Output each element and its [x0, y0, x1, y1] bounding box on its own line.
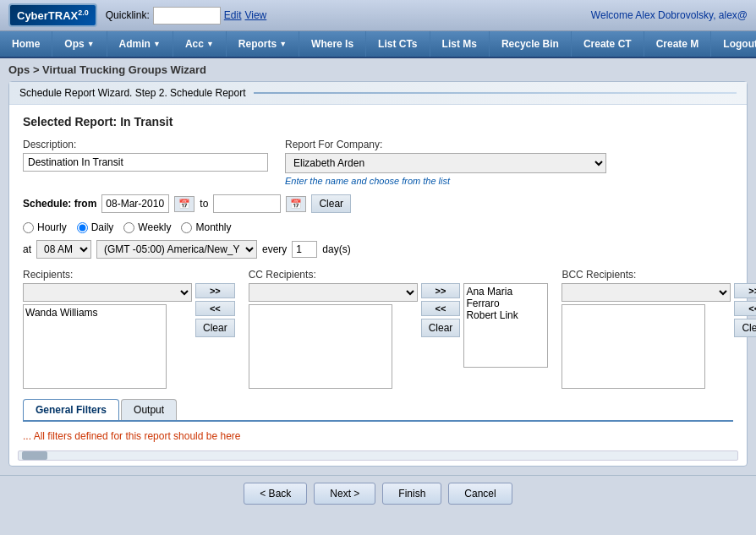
cc-recipients-list — [249, 304, 392, 389]
schedule-from-input[interactable] — [101, 194, 169, 213]
nav-ops[interactable]: Ops ▼ — [52, 31, 107, 57]
breadcrumb: Ops > Virtual Trucking Groups Wizard — [0, 58, 756, 81]
recipients-remove-button[interactable]: << — [195, 301, 235, 316]
bcc-recipients-list — [562, 304, 705, 389]
cc-arrow-btns: >> << Clear — [421, 283, 461, 337]
radio-monthly[interactable]: Monthly — [181, 221, 231, 233]
recipients-section: Recipients: Wanda Williams >> << Clear — [23, 269, 733, 389]
logo: CyberTRAX2.0 — [8, 3, 97, 27]
recipients-block: Recipients: Wanda Williams >> << Clear — [23, 269, 235, 389]
days-label: day(s) — [322, 243, 350, 255]
selected-report-title: Selected Report: In Transit — [23, 115, 733, 128]
schedule-from-label: Schedule: from — [23, 198, 96, 210]
calendar-to-button[interactable]: 📅 — [286, 196, 306, 212]
list-item: Ana Maria Ferraro — [466, 286, 545, 309]
quicklink-area: Quicklink: Edit View — [106, 7, 267, 25]
bcc-recipients-left — [562, 283, 731, 389]
quicklink-label: Quicklink: — [106, 9, 150, 21]
bcc-clear-button[interactable]: Clear — [734, 319, 756, 337]
bcc-recipients-block: BCC Recipients: >> << Clear — [562, 269, 756, 389]
bcc-add-button[interactable]: >> — [734, 283, 756, 298]
top-bar: CyberTRAX2.0 Quicklink: Edit View Welcom… — [0, 0, 756, 31]
nav-where-is[interactable]: Where Is — [299, 31, 366, 57]
recipients-list: Wanda Williams — [23, 304, 167, 389]
welcome-text: Welcome Alex Dobrovolsky, alex@ — [591, 9, 748, 21]
cc-recipients-dropdown[interactable] — [249, 283, 418, 302]
cc-recipients-block: CC Recipients: >> << Clear — [249, 269, 549, 389]
next-button[interactable]: Next > — [314, 483, 375, 505]
company-hint: Enter the name and choose from the list — [285, 176, 606, 186]
nav-admin[interactable]: Admin ▼ — [107, 31, 173, 57]
nav-home[interactable]: Home — [0, 31, 52, 57]
bcc-arrow-btns: >> << Clear — [734, 283, 756, 337]
schedule-to-input[interactable] — [213, 194, 281, 213]
nav-recycle-bin[interactable]: Recycle Bin — [490, 31, 572, 57]
timezone-select[interactable]: (GMT -05:00) America/New_Yor — [96, 240, 257, 259]
recipients-add-button[interactable]: >> — [195, 283, 235, 298]
bcc-recipients-dropdown[interactable] — [562, 283, 731, 302]
at-time-select[interactable]: 08 AM — [36, 240, 91, 259]
radio-weekly[interactable]: Weekly — [123, 221, 171, 233]
radio-row: Hourly Daily Weekly Monthly — [23, 221, 733, 233]
cc-remove-button[interactable]: << — [421, 301, 461, 316]
back-button[interactable]: < Back — [244, 483, 307, 505]
tab-output[interactable]: Output — [121, 399, 177, 420]
every-input[interactable] — [292, 241, 317, 258]
cc-recipients-label: CC Recipients: — [249, 269, 549, 281]
company-label: Report For Company: — [285, 139, 606, 150]
wizard-header: Schedule Report Wizard. Step 2. Schedule… — [9, 82, 747, 105]
cancel-button[interactable]: Cancel — [448, 483, 512, 505]
edit-link[interactable]: Edit — [224, 9, 242, 21]
bcc-recipients-label: BCC Recipients: — [562, 269, 756, 281]
recipients-controls: Wanda Williams >> << Clear — [23, 283, 235, 389]
list-item: Robert Link — [466, 309, 545, 321]
scroll-area[interactable] — [18, 450, 738, 461]
every-label: every — [262, 243, 287, 255]
description-group: Description: — [23, 139, 268, 172]
nav-create-ct[interactable]: Create CT — [572, 31, 644, 57]
finish-button[interactable]: Finish — [382, 483, 441, 505]
nav-bar: Home Ops ▼ Admin ▼ Acc ▼ Reports ▼ Where… — [0, 31, 756, 58]
quicklink-input[interactable] — [153, 7, 221, 25]
cc-recipients-left — [249, 283, 418, 389]
recipients-dropdown[interactable] — [23, 283, 192, 302]
company-group: Report For Company: Elizabeth Arden Ente… — [285, 139, 606, 186]
scroll-thumb — [22, 451, 47, 460]
wizard-step-text: Schedule Report Wizard. Step 2. Schedule… — [19, 87, 245, 99]
schedule-row: Schedule: from 📅 to 📅 Clear — [23, 194, 733, 213]
cc-recipients-controls: >> << Clear Ana Maria Ferraro Robert Lin… — [249, 283, 549, 389]
company-select[interactable]: Elizabeth Arden — [285, 153, 606, 173]
schedule-to-label: to — [200, 198, 208, 210]
tab-general-filters[interactable]: General Filters — [23, 399, 119, 420]
clear-schedule-button[interactable]: Clear — [311, 194, 351, 213]
cc-add-button[interactable]: >> — [421, 283, 461, 298]
nav-list-ms[interactable]: List Ms — [430, 31, 490, 57]
filter-message: ... All filters defined for this report … — [9, 422, 747, 450]
cc-clear-button[interactable]: Clear — [421, 319, 461, 337]
logo-area: CyberTRAX2.0 Quicklink: Edit View — [8, 3, 266, 27]
calendar-from-button[interactable]: 📅 — [174, 196, 194, 212]
recipients-left: Wanda Williams — [23, 283, 192, 389]
recipients-label: Recipients: — [23, 269, 235, 281]
at-label: at — [23, 243, 31, 255]
radio-hourly[interactable]: Hourly — [23, 221, 67, 233]
nav-create-m[interactable]: Create M — [644, 31, 712, 57]
recipients-list-item: Wanda Williams — [25, 307, 164, 319]
bcc-remove-button[interactable]: << — [734, 301, 756, 316]
main-content: Schedule Report Wizard. Step 2. Schedule… — [8, 81, 748, 467]
form-area: Selected Report: In Transit Description:… — [9, 105, 747, 399]
recipients-arrow-btns: >> << Clear — [195, 283, 235, 337]
bottom-buttons: < Back Next > Finish Cancel — [0, 475, 756, 511]
nav-acc[interactable]: Acc ▼ — [173, 31, 227, 57]
nav-reports[interactable]: Reports ▼ — [227, 31, 299, 57]
view-link[interactable]: View — [244, 9, 266, 21]
nav-logout[interactable]: Logout — [711, 31, 756, 57]
description-input[interactable] — [23, 153, 268, 172]
radio-daily[interactable]: Daily — [77, 221, 114, 233]
recipients-clear-button[interactable]: Clear — [195, 319, 235, 337]
tabs-row: General Filters Output — [23, 399, 733, 422]
nav-list-cts[interactable]: List CTs — [366, 31, 430, 57]
cc-recipients-right-list: Ana Maria Ferraro Robert Link — [463, 283, 548, 368]
at-row: at 08 AM (GMT -05:00) America/New_Yor ev… — [23, 240, 733, 259]
description-company-row: Description: Report For Company: Elizabe… — [23, 139, 733, 186]
